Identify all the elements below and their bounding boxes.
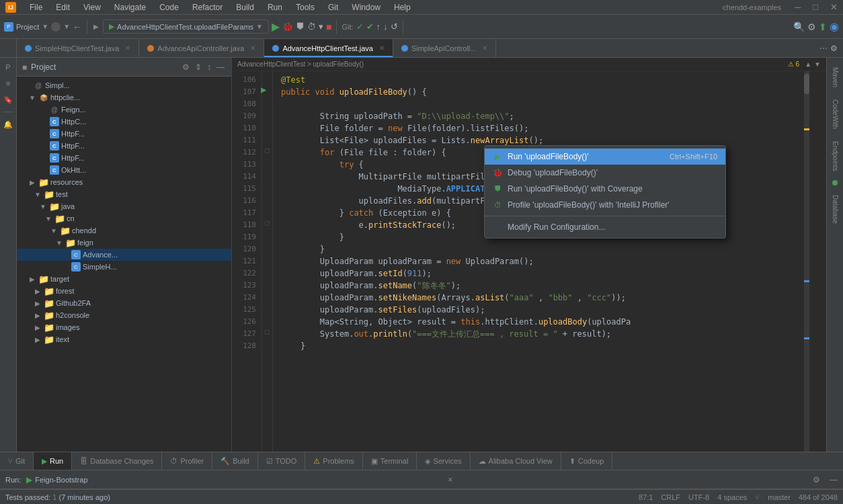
search-btn[interactable]: 🔍: [793, 22, 805, 32]
tree-item-chendd[interactable]: ▼ 📁 chendd: [17, 224, 231, 237]
run-bar-settings-btn[interactable]: ⚙: [813, 475, 820, 485]
tabs-more-btn[interactable]: ⋯ ⚙: [814, 39, 843, 57]
tree-item-simpl[interactable]: @ Simpl...: [17, 79, 231, 91]
context-menu-profile[interactable]: ⏱ Profile 'uploadFileBody()' with 'Intel…: [485, 197, 725, 213]
project-dropdown-icon[interactable]: ▼: [42, 23, 48, 30]
tab-simpleapicontroller[interactable]: SimpleApiControll... ✕: [393, 39, 497, 57]
scroll-up-btn[interactable]: ▲: [805, 60, 811, 68]
panel-collapse-btn[interactable]: —: [215, 61, 226, 73]
back-btn[interactable]: ←: [73, 22, 82, 32]
menu-edit[interactable]: Edit: [53, 1, 73, 13]
left-sidebar-bookmark-btn[interactable]: 🔖: [1, 93, 15, 106]
menu-help[interactable]: Help: [391, 1, 413, 13]
tree-item-resources[interactable]: ▶ 📁 resources: [17, 176, 231, 188]
tab-close-simple-api[interactable]: ✕: [482, 44, 487, 52]
git-history[interactable]: ↺: [391, 22, 398, 32]
fold-icon-127[interactable]: □: [265, 328, 269, 335]
right-sidebar-codewith[interactable]: CodeWith: [829, 95, 842, 133]
tab-close-advance-api[interactable]: ✕: [250, 44, 255, 52]
tree-item-h2console[interactable]: ▶ 📁 h2console: [17, 309, 231, 321]
git-arrow-up[interactable]: ↑: [376, 22, 381, 32]
status-line-ending[interactable]: CRLF: [661, 493, 680, 501]
git-arrow-down[interactable]: ↓: [383, 22, 388, 32]
tree-item-httpf1[interactable]: C HttpF...: [17, 128, 231, 140]
tab-simplehttpclienttest[interactable]: SimpleHttpClientTest.java ✕: [17, 39, 139, 57]
context-menu-run[interactable]: ▶ Run 'uploadFileBody()' Ctrl+Shift+F10: [485, 149, 725, 165]
git-tick-icon[interactable]: ✔: [366, 22, 374, 32]
left-sidebar-struct-btn[interactable]: ≡: [1, 77, 15, 90]
tree-item-advance-file[interactable]: C Advance...: [17, 249, 231, 261]
left-sidebar-project-btn[interactable]: P: [1, 60, 15, 74]
run-button[interactable]: ▶: [272, 20, 280, 33]
tree-item-images[interactable]: ▶ 📁 images: [17, 321, 231, 333]
scroll-thumb[interactable]: [804, 74, 809, 94]
menu-tools[interactable]: Tools: [293, 1, 317, 13]
minimize-btn[interactable]: ─: [795, 2, 801, 12]
run-gutter-icon[interactable]: ▶: [261, 84, 266, 95]
bottom-tab-build[interactable]: 🔨 Build: [212, 452, 257, 470]
menu-code[interactable]: Code: [157, 1, 182, 13]
tree-item-java[interactable]: ▼ 📁 java: [17, 200, 231, 212]
menu-navigate[interactable]: Navigate: [112, 1, 149, 13]
maximize-btn[interactable]: □: [813, 2, 818, 12]
status-position[interactable]: 87:1: [639, 493, 653, 501]
bottom-tab-terminal[interactable]: ▣ Terminal: [363, 452, 417, 470]
context-menu-coverage[interactable]: ⛊ Run 'uploadFileBody()' with Coverage: [485, 181, 725, 197]
status-encoding[interactable]: UTF-8: [688, 493, 709, 501]
panel-sort-btn[interactable]: ↕: [206, 61, 212, 73]
tree-item-test[interactable]: ▼ 📁 test: [17, 188, 231, 200]
menu-window[interactable]: Window: [349, 1, 383, 13]
tree-item-itext[interactable]: ▶ 📁 itext: [17, 333, 231, 345]
run-config-dropdown[interactable]: ▼: [256, 23, 263, 30]
tree-item-github2fa[interactable]: ▶ 📁 Github2FA: [17, 297, 231, 309]
close-window-btn[interactable]: ✕: [830, 2, 838, 12]
menu-file[interactable]: File: [27, 1, 45, 13]
tree-item-target[interactable]: ▶ 📁 target: [17, 273, 231, 285]
tab-close-advance-http[interactable]: ✕: [379, 44, 385, 52]
run-bar-close-btn[interactable]: ×: [448, 475, 452, 485]
bottom-tab-git[interactable]: ⑂ Git: [0, 452, 34, 470]
bottom-tab-run[interactable]: ▶ Run: [34, 452, 72, 470]
stop-button[interactable]: ■: [326, 22, 331, 32]
tree-item-httpf3[interactable]: C HttpF...: [17, 152, 231, 164]
tab-advanceapicontroller[interactable]: AdvanceApiController.java ✕: [139, 39, 264, 57]
coverage-button[interactable]: ⛊: [296, 22, 305, 32]
bottom-tab-dbchanges[interactable]: 🗄 Database Changes: [72, 452, 162, 470]
right-sidebar-database[interactable]: Database: [829, 191, 842, 228]
scroll-down-btn[interactable]: ▼: [814, 60, 821, 68]
bottom-tab-services[interactable]: ◈ Services: [417, 452, 470, 470]
tree-item-feign[interactable]: @ Feign...: [17, 103, 231, 116]
tree-item-okhtt[interactable]: C OkHtt...: [17, 164, 231, 176]
settings-gear[interactable]: ⚙: [807, 22, 816, 32]
bottom-tab-profiler[interactable]: ⏱ Profiler: [162, 452, 212, 470]
status-indent[interactable]: 4 spaces: [717, 493, 747, 501]
code-scrollbar[interactable]: [804, 71, 809, 452]
bottom-tab-codeup[interactable]: ⬆ Codeup: [561, 452, 613, 470]
tree-item-httpclie[interactable]: ▼ 📦 httpclie...: [17, 91, 231, 103]
tab-close-simple[interactable]: ✕: [125, 44, 130, 52]
tree-item-feign-folder[interactable]: ▼ 📁 feign: [17, 237, 231, 249]
bottom-tab-todo[interactable]: ☑ TODO: [258, 452, 306, 470]
tree-item-forest[interactable]: ▶ 📁 forest: [17, 285, 231, 297]
tree-item-httpf2[interactable]: C HttpF...: [17, 140, 231, 152]
git-check-icon[interactable]: ✓: [356, 22, 364, 32]
context-menu-debug[interactable]: 🐞 Debug 'uploadFileBody()': [485, 165, 725, 181]
run-config-selector[interactable]: ▶ AdvanceHttpClientTest.uploadFileParams…: [103, 19, 269, 34]
panel-scroll-btn[interactable]: ⇕: [194, 61, 203, 73]
plugin-btn[interactable]: ◉: [830, 20, 839, 33]
right-sidebar-endpoints[interactable]: Endpoints: [829, 137, 842, 175]
more-run-options[interactable]: ▾: [319, 22, 323, 32]
gutter-107[interactable]: ▶: [262, 83, 272, 95]
tree-item-cn[interactable]: ▼ 📁 cn: [17, 212, 231, 224]
bottom-tab-problems[interactable]: ⚠ Problems: [305, 452, 362, 470]
menu-git[interactable]: Git: [325, 1, 341, 13]
fold-icon-112[interactable]: □: [265, 146, 269, 154]
menu-refactor[interactable]: Refactor: [190, 1, 225, 13]
status-branch[interactable]: master: [768, 493, 791, 501]
menu-view[interactable]: View: [81, 1, 104, 13]
update-btn[interactable]: ⬆: [819, 22, 827, 32]
right-sidebar-maven[interactable]: Maven: [829, 63, 842, 91]
tree-item-simple-file[interactable]: C SimpleH...: [17, 261, 231, 273]
profile-button[interactable]: ⏱: [307, 22, 316, 32]
tree-item-httpc1[interactable]: C HttpC...: [17, 116, 231, 128]
